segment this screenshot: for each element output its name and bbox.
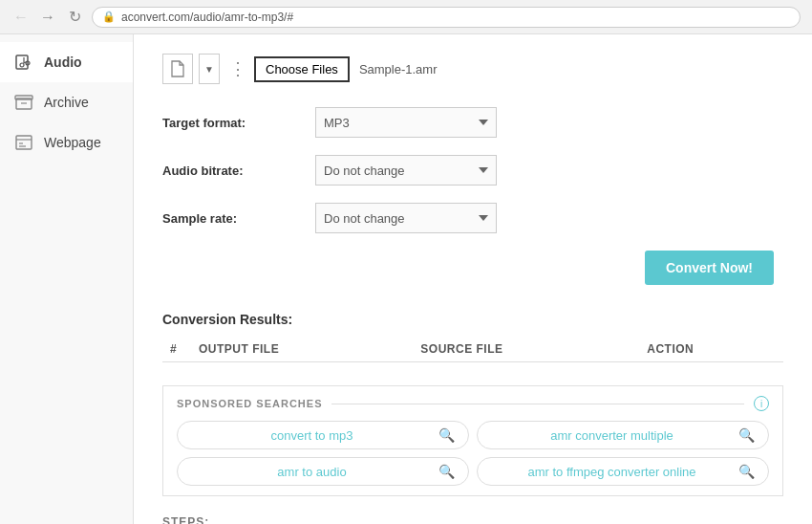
sidebar-webpage-label: Webpage bbox=[44, 135, 101, 150]
sidebar: Audio Archive Webpage bbox=[0, 34, 134, 524]
col-output: OUTPUT FILE bbox=[191, 337, 413, 362]
webpage-icon bbox=[13, 132, 34, 153]
line-divider bbox=[331, 404, 744, 404]
search-text-2: amr to audio bbox=[191, 465, 433, 479]
sidebar-item-webpage[interactable]: Webpage bbox=[0, 122, 133, 163]
sidebar-item-audio[interactable]: Audio bbox=[0, 42, 133, 82]
url-text: aconvert.com/audio/amr-to-mp3/# bbox=[121, 11, 293, 24]
file-input-row: ▼ ⋮ Choose Files Sample-1.amr bbox=[162, 54, 783, 84]
sidebar-archive-label: Archive bbox=[44, 95, 89, 110]
info-icon[interactable]: i bbox=[754, 396, 769, 411]
search-pill-1[interactable]: amr converter multiple 🔍 bbox=[477, 421, 769, 449]
col-action: ACTION bbox=[639, 337, 783, 362]
sidebar-item-archive[interactable]: Archive bbox=[0, 82, 133, 122]
svg-point-1 bbox=[20, 63, 24, 67]
app-container: Audio Archive Webpage bbox=[0, 34, 812, 524]
address-bar[interactable]: 🔒 aconvert.com/audio/amr-to-mp3/# bbox=[92, 7, 801, 28]
more-options-button[interactable]: ⋮ bbox=[225, 54, 248, 84]
sample-rate-select[interactable]: Do not change bbox=[315, 203, 497, 233]
search-text-0: convert to mp3 bbox=[191, 428, 433, 443]
search-icon-3: 🔍 bbox=[738, 464, 755, 479]
search-text-3: amr to ffmpeg converter online bbox=[491, 465, 733, 479]
audio-bitrate-row: Audio bitrate: Do not change bbox=[162, 155, 783, 186]
lock-icon: 🔒 bbox=[102, 11, 116, 23]
search-icon-0: 🔍 bbox=[438, 427, 455, 443]
choose-files-button[interactable]: Choose Files bbox=[254, 56, 350, 82]
search-pill-0[interactable]: convert to mp3 🔍 bbox=[177, 421, 469, 449]
results-table: # OUTPUT FILE SOURCE FILE ACTION bbox=[162, 337, 783, 362]
target-format-row: Target format: MP3 bbox=[162, 107, 783, 138]
col-source: SOURCE FILE bbox=[413, 337, 639, 362]
dropdown-arrow-button[interactable]: ▼ bbox=[199, 54, 220, 84]
forward-button[interactable]: → bbox=[38, 8, 57, 27]
target-format-label: Target format: bbox=[162, 116, 315, 130]
convert-btn-row: Convert Now! bbox=[162, 251, 783, 285]
browser-chrome: ← → ↻ 🔒 aconvert.com/audio/amr-to-mp3/# bbox=[0, 0, 812, 34]
sample-rate-row: Sample rate: Do not change bbox=[162, 203, 783, 233]
back-button[interactable]: ← bbox=[11, 8, 31, 27]
svg-rect-8 bbox=[16, 136, 32, 149]
file-icon-button[interactable] bbox=[162, 54, 193, 84]
results-section: Conversion Results: # OUTPUT FILE SOURCE… bbox=[162, 312, 783, 362]
search-icon-1: 🔍 bbox=[738, 427, 755, 443]
audio-bitrate-select[interactable]: Do not change bbox=[315, 155, 497, 186]
filename-label: Sample-1.amr bbox=[359, 62, 438, 76]
sidebar-audio-label: Audio bbox=[44, 55, 82, 70]
steps-label: STEPS: bbox=[162, 515, 783, 524]
search-pill-2[interactable]: amr to audio 🔍 bbox=[177, 457, 469, 486]
reload-button[interactable]: ↻ bbox=[65, 8, 84, 27]
audio-bitrate-label: Audio bitrate: bbox=[162, 164, 315, 178]
sponsored-header-line: SPONSORED SEARCHES i bbox=[177, 396, 769, 411]
search-text-1: amr converter multiple bbox=[491, 428, 733, 443]
sponsored-label: SPONSORED SEARCHES bbox=[177, 398, 322, 409]
main-content: ▼ ⋮ Choose Files Sample-1.amr Target for… bbox=[134, 34, 812, 524]
search-grid: convert to mp3 🔍 amr converter multiple … bbox=[177, 421, 769, 486]
search-icon-2: 🔍 bbox=[438, 464, 455, 479]
results-title: Conversion Results: bbox=[162, 312, 783, 327]
search-pill-3[interactable]: amr to ffmpeg converter online 🔍 bbox=[477, 457, 769, 486]
audio-icon bbox=[13, 52, 34, 73]
steps-section: STEPS: bbox=[162, 515, 783, 524]
archive-icon bbox=[13, 92, 34, 113]
col-hash: # bbox=[162, 337, 191, 362]
sponsored-section: SPONSORED SEARCHES i convert to mp3 🔍 am… bbox=[162, 385, 783, 496]
target-format-select[interactable]: MP3 bbox=[315, 107, 497, 138]
convert-now-button[interactable]: Convert Now! bbox=[645, 251, 774, 285]
sample-rate-label: Sample rate: bbox=[162, 211, 315, 226]
svg-rect-6 bbox=[15, 96, 32, 99]
